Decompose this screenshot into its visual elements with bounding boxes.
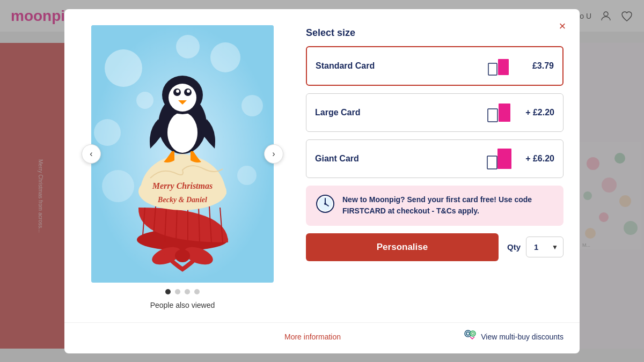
dot-1[interactable] bbox=[165, 289, 171, 294]
svg-point-39 bbox=[169, 84, 196, 112]
tag-icon bbox=[464, 329, 477, 345]
svg-point-43 bbox=[187, 90, 190, 93]
svg-point-13 bbox=[210, 42, 240, 72]
size-option-large[interactable]: Large Card + £2.20 bbox=[306, 93, 564, 132]
size-icon-standard bbox=[486, 55, 514, 77]
qty-section: Qty 1 2 3 4 5 ▼ bbox=[507, 237, 564, 257]
clock-icon bbox=[316, 194, 335, 217]
svg-point-57 bbox=[470, 331, 475, 336]
size-icon-giant bbox=[487, 147, 515, 170]
multi-buy-label: View multi-buy discounts bbox=[481, 333, 564, 341]
svg-text:Merry Christmas: Merry Christmas bbox=[152, 181, 213, 191]
qty-wrapper: 1 2 3 4 5 ▼ bbox=[526, 237, 564, 257]
multi-buy-link[interactable]: View multi-buy discounts bbox=[464, 329, 564, 345]
svg-rect-45 bbox=[488, 63, 497, 75]
svg-rect-48 bbox=[497, 149, 511, 169]
next-image-button[interactable]: › bbox=[264, 144, 283, 164]
image-carousel: Merry Christmas Becky & Daniel bbox=[91, 25, 274, 283]
svg-rect-44 bbox=[498, 59, 509, 75]
size-price-giant: + £6.20 bbox=[522, 154, 554, 164]
svg-point-32 bbox=[175, 249, 190, 262]
size-option-standard[interactable]: Standard Card £3.79 bbox=[306, 46, 564, 86]
svg-point-54 bbox=[324, 203, 326, 205]
qty-label: Qty bbox=[507, 242, 521, 252]
svg-rect-49 bbox=[487, 156, 497, 169]
qty-select[interactable]: 1 2 3 4 5 bbox=[526, 237, 564, 257]
size-name-giant: Giant Card bbox=[315, 154, 487, 164]
svg-point-16 bbox=[176, 35, 200, 58]
actions-row: Personalise Qty 1 2 3 4 5 ▼ bbox=[306, 233, 564, 261]
svg-point-42 bbox=[176, 90, 179, 93]
options-section: Select size Standard Card £3.79 bbox=[306, 25, 564, 309]
select-size-label: Select size bbox=[306, 27, 564, 39]
size-price-standard: £3.79 bbox=[522, 61, 554, 71]
people-also-viewed-label: People also viewed bbox=[150, 301, 215, 309]
dot-3[interactable] bbox=[185, 289, 190, 294]
modal-overlay: × bbox=[0, 0, 644, 362]
svg-point-17 bbox=[237, 166, 257, 185]
dot-4[interactable] bbox=[194, 289, 200, 294]
promo-text: New to Moonpig? Send your first card fre… bbox=[342, 194, 554, 217]
carousel-dots bbox=[165, 289, 200, 294]
svg-point-14 bbox=[241, 95, 263, 116]
size-option-giant[interactable]: Giant Card + £6.20 bbox=[306, 139, 564, 178]
cupcake-illustration: Merry Christmas Becky & Daniel bbox=[91, 25, 274, 283]
size-name-standard: Standard Card bbox=[316, 61, 486, 71]
dot-2[interactable] bbox=[175, 289, 180, 294]
size-icon-large bbox=[487, 101, 515, 124]
svg-rect-47 bbox=[488, 109, 497, 122]
size-price-large: + £2.20 bbox=[522, 108, 554, 117]
card-image: Merry Christmas Becky & Daniel bbox=[91, 25, 274, 283]
svg-rect-46 bbox=[499, 104, 510, 122]
personalise-button[interactable]: Personalise bbox=[306, 233, 499, 261]
svg-text:Becky & Daniel: Becky & Daniel bbox=[157, 196, 207, 204]
modal-body: Merry Christmas Becky & Daniel bbox=[64, 9, 580, 320]
size-name-large: Large Card bbox=[315, 108, 487, 117]
close-button[interactable]: × bbox=[554, 18, 571, 35]
image-section: Merry Christmas Becky & Daniel bbox=[80, 25, 284, 309]
prev-image-button[interactable]: ‹ bbox=[82, 144, 101, 164]
more-info-link[interactable]: More information bbox=[80, 333, 374, 341]
svg-point-18 bbox=[102, 170, 134, 202]
promo-banner: New to Moonpig? Send your first card fre… bbox=[306, 186, 564, 226]
svg-point-15 bbox=[94, 119, 121, 146]
svg-point-37 bbox=[167, 112, 197, 153]
svg-point-19 bbox=[136, 92, 153, 109]
product-modal: × bbox=[64, 9, 580, 353]
bottom-links: More information View multi-buy discount… bbox=[64, 322, 580, 353]
svg-point-12 bbox=[105, 49, 142, 87]
